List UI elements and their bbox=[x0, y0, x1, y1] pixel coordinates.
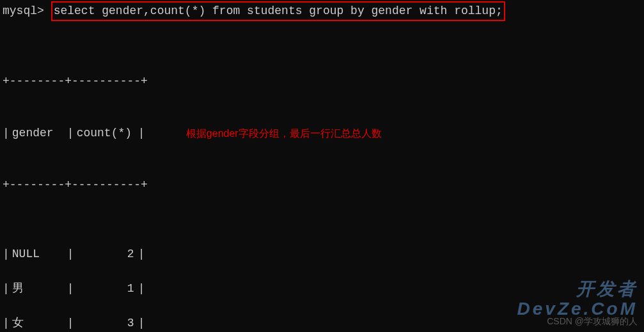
mysql-prompt: mysql> bbox=[3, 3, 44, 20]
query1-annotation: 根据gender字段分组，最后一行汇总总人数 bbox=[186, 126, 382, 141]
table-separator: +--------+----------+ bbox=[3, 73, 148, 90]
query1-header-count: count(*) bbox=[74, 125, 138, 142]
table-separator: +--------+----------+ bbox=[3, 177, 148, 194]
watermark-brand: 开发者 DevZe.CoM bbox=[517, 280, 638, 319]
query1-sql: select gender,count(*) from students gro… bbox=[54, 4, 503, 17]
query1-header-gender: gender bbox=[10, 125, 67, 142]
query1-sql-highlight: select gender,count(*) from students gro… bbox=[51, 1, 505, 21]
query1-line: mysql> select gender,count(*) from stude… bbox=[3, 1, 641, 21]
watermark-csdn: CSDN @学攻城狮的人 bbox=[547, 315, 638, 328]
table-row: |NULL|2| bbox=[3, 246, 641, 263]
